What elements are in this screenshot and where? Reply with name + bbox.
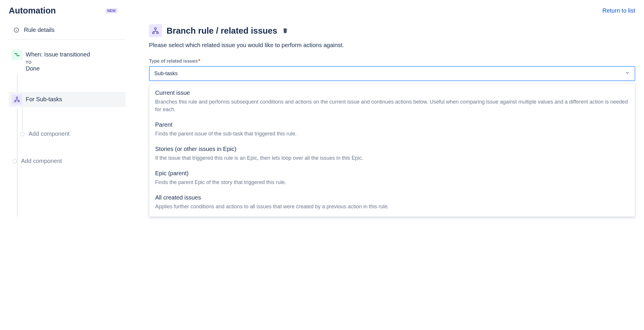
main-panel: Branch rule / related issues Please sele… — [149, 24, 635, 217]
add-component-outer-label: Add component — [21, 158, 62, 164]
connector-line — [17, 74, 126, 92]
new-badge: NEW — [105, 8, 117, 13]
trigger-to-label: TO — [26, 60, 90, 65]
branch-icon — [12, 94, 22, 105]
option-current-issue[interactable]: Current issue Branches this rule and per… — [149, 85, 635, 117]
field-label: Type of related issues* — [149, 59, 635, 64]
option-title: Stories (or other issues in Epic) — [155, 146, 629, 152]
delete-icon[interactable] — [282, 27, 288, 35]
chevron-down-icon — [625, 70, 630, 77]
trigger-to-value: Done — [26, 65, 90, 72]
page-title: Automation — [9, 6, 56, 16]
svg-rect-15 — [157, 32, 158, 34]
svg-point-4 — [18, 55, 19, 56]
nested-connector-line — [22, 107, 126, 130]
page-header: Automation NEW Return to list — [9, 0, 635, 24]
option-desc: Finds the parent Epic of the story that … — [155, 178, 629, 186]
add-component-inner-label: Add component — [29, 130, 70, 137]
option-title: All created issues — [155, 194, 629, 201]
add-circle-icon — [12, 159, 17, 164]
branch-title: For Sub-tasks — [26, 95, 62, 103]
add-circle-icon — [20, 132, 25, 136]
svg-point-2 — [16, 29, 16, 29]
option-parent[interactable]: Parent Finds the parent issue of the sub… — [149, 117, 635, 142]
svg-rect-21 — [283, 29, 287, 29]
return-to-list-link[interactable]: Return to list — [603, 7, 635, 14]
svg-point-3 — [15, 53, 15, 54]
main-title: Branch rule / related issues — [167, 26, 277, 36]
option-desc: Branches this rule and performs subseque… — [155, 98, 629, 113]
related-issues-dropdown: Current issue Branches this rule and per… — [149, 83, 635, 217]
option-desc: Finds the parent issue of the sub-task t… — [155, 130, 629, 138]
rule-sidebar: Rule details When: Issue transitioned TO… — [9, 24, 126, 217]
option-stories-in-epic[interactable]: Stories (or other issues in Epic) If the… — [149, 142, 635, 166]
option-epic-parent[interactable]: Epic (parent) Finds the parent Epic of t… — [149, 166, 635, 190]
option-desc: If the issue that triggered this rule is… — [155, 154, 629, 162]
branch-step[interactable]: For Sub-tasks — [9, 92, 126, 107]
option-title: Epic (parent) — [155, 170, 629, 177]
related-issues-select[interactable]: Sub-tasks — [149, 66, 635, 81]
select-value: Sub-tasks — [154, 71, 178, 77]
rule-details-row[interactable]: Rule details — [9, 24, 126, 39]
main-description: Please select which related issue you wo… — [149, 42, 635, 49]
info-icon — [13, 27, 19, 33]
field-label-text: Type of related issues — [149, 59, 198, 63]
option-desc: Applies further conditions and actions t… — [155, 203, 629, 210]
trigger-step[interactable]: When: Issue transitioned TO Done — [9, 47, 126, 74]
option-title: Parent — [155, 121, 629, 128]
option-all-created-issues[interactable]: All created issues Applies further condi… — [149, 190, 635, 214]
svg-rect-14 — [153, 32, 154, 34]
add-component-inner[interactable]: Add component — [22, 130, 126, 137]
option-title: Current issue — [155, 90, 629, 96]
add-component-outer[interactable]: Add component — [15, 158, 126, 164]
svg-rect-13 — [155, 28, 156, 29]
trigger-icon — [12, 49, 22, 60]
svg-rect-7 — [18, 101, 19, 102]
trigger-title: When: Issue transitioned — [26, 51, 90, 58]
branch-rule-icon — [149, 24, 162, 37]
svg-rect-5 — [16, 97, 18, 98]
required-marker: * — [198, 59, 200, 63]
svg-rect-6 — [15, 101, 16, 102]
rule-details-label: Rule details — [24, 27, 55, 33]
